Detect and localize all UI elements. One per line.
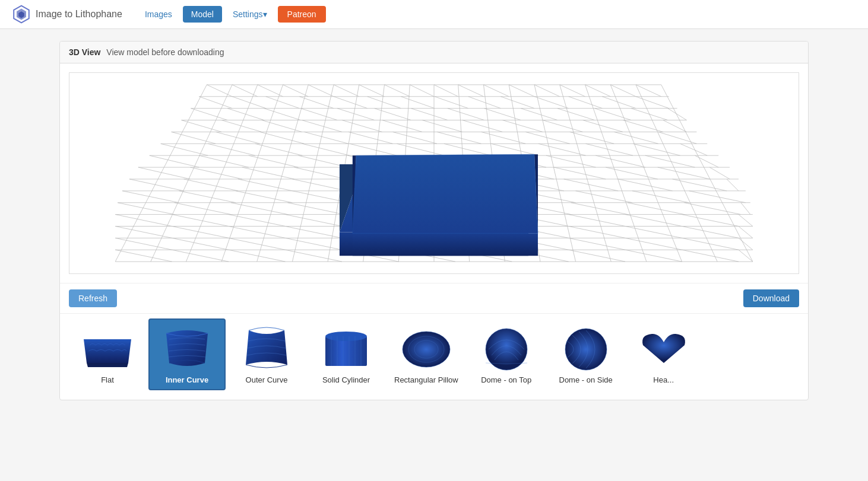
- svg-line-148: [292, 179, 346, 191]
- model-type-rectangular-pillow[interactable]: Rectangular Pillow: [387, 318, 465, 390]
- svg-line-169: [175, 203, 231, 215]
- svg-line-50: [509, 85, 534, 97]
- main-panel: 3D View View model before downloading: [59, 41, 809, 400]
- svg-line-135: [242, 167, 294, 179]
- inner-curve-label: Inner Curve: [166, 375, 208, 384]
- svg-line-88: [342, 120, 382, 132]
- svg-line-195: [285, 226, 341, 238]
- svg-line-194: [229, 226, 285, 238]
- svg-line-133: [138, 167, 190, 179]
- svg-line-182: [229, 215, 285, 227]
- svg-line-4: [151, 85, 232, 262]
- model-type-heart[interactable]: Hea...: [627, 318, 701, 390]
- rectangular-pillow-thumb: [397, 324, 456, 372]
- svg-line-79: [521, 109, 557, 120]
- svg-line-77: [448, 109, 484, 120]
- svg-line-114: [397, 144, 444, 155]
- svg-line-188: [569, 215, 625, 227]
- svg-line-141: [554, 167, 606, 179]
- svg-line-119: [633, 144, 680, 155]
- svg-marker-230: [353, 233, 538, 256]
- svg-line-78: [484, 109, 521, 120]
- svg-line-44: [359, 85, 385, 97]
- button-row: Refresh Download: [60, 283, 808, 313]
- svg-point-250: [565, 329, 607, 370]
- model-type-solid-cylinder[interactable]: Solid Cylinder: [308, 318, 385, 390]
- rectangular-pillow-label: Rectangular Pillow: [394, 375, 458, 384]
- svg-line-171: [287, 203, 344, 215]
- patreon-button[interactable]: Patreon: [278, 6, 326, 23]
- dome-on-side-thumb: [556, 324, 616, 372]
- model-type-flat[interactable]: Flat: [69, 318, 146, 390]
- main-content: 3D View View model before downloading: [0, 29, 868, 412]
- svg-line-129: [546, 155, 596, 167]
- download-button[interactable]: Download: [743, 289, 799, 307]
- svg-line-82: [631, 109, 668, 120]
- refresh-button[interactable]: Refresh: [69, 289, 117, 307]
- svg-line-41: [283, 85, 309, 97]
- svg-line-71: [227, 109, 264, 120]
- svg-line-154: [618, 179, 672, 191]
- svg-line-212: [569, 238, 625, 250]
- svg-line-89: [382, 120, 423, 132]
- nav-images[interactable]: Images: [137, 6, 180, 23]
- svg-marker-235: [87, 363, 128, 367]
- svg-line-81: [594, 109, 631, 120]
- svg-line-226: [682, 250, 739, 262]
- svg-line-134: [190, 167, 242, 179]
- svg-line-118: [585, 144, 633, 155]
- svg-line-74: [337, 109, 375, 120]
- nav-model[interactable]: Model: [183, 6, 222, 23]
- svg-line-177: [628, 203, 684, 215]
- brand-link[interactable]: Image to Lithophane: [12, 5, 122, 24]
- svg-line-38: [207, 85, 232, 97]
- svg-line-121: [150, 155, 199, 167]
- svg-line-168: [118, 203, 174, 215]
- svg-line-108: [658, 132, 697, 144]
- svg-line-217: [172, 250, 229, 262]
- svg-line-65: [500, 97, 534, 109]
- svg-line-3: [115, 85, 207, 262]
- nav-settings[interactable]: Settings▾: [224, 6, 275, 23]
- svg-line-80: [557, 109, 595, 120]
- svg-line-46: [410, 85, 434, 97]
- model-type-outer-curve[interactable]: Outer Curve: [228, 318, 305, 390]
- model-type-inner-curve[interactable]: Inner Curve: [148, 318, 226, 390]
- svg-line-18: [585, 85, 646, 262]
- svg-line-146: [183, 179, 237, 191]
- svg-line-224: [569, 250, 625, 262]
- svg-line-153: [564, 179, 618, 191]
- svg-line-45: [384, 85, 410, 97]
- svg-line-70: [191, 109, 227, 120]
- svg-line-20: [636, 85, 717, 262]
- panel-title: 3D View: [69, 47, 100, 57]
- svg-line-53: [585, 85, 610, 97]
- brand-name: Image to Lithophane: [36, 9, 122, 20]
- svg-line-49: [484, 85, 509, 97]
- svg-line-132: [695, 155, 718, 167]
- model-type-dome-on-top[interactable]: Dome - on Top: [468, 318, 545, 390]
- model-selector: Flat: [60, 313, 808, 400]
- svg-line-52: [560, 85, 585, 97]
- svg-line-97: [172, 132, 216, 144]
- svg-line-113: [350, 144, 397, 155]
- model-type-dome-on-side[interactable]: Dome - on Side: [547, 318, 625, 390]
- svg-line-176: [571, 203, 628, 215]
- svg-line-96: [663, 120, 687, 132]
- svg-line-166: [632, 191, 689, 203]
- svg-line-47: [434, 85, 458, 97]
- svg-line-101: [349, 132, 393, 144]
- svg-line-94: [583, 120, 623, 132]
- brand-icon: [12, 5, 31, 24]
- svg-line-218: [229, 250, 285, 262]
- 3d-view-area[interactable]: [69, 72, 799, 274]
- svg-line-204: [115, 238, 172, 250]
- model-types-wrapper[interactable]: Flat: [69, 318, 799, 395]
- svg-line-5: [186, 85, 257, 262]
- svg-line-87: [302, 120, 342, 132]
- svg-line-180: [115, 215, 172, 227]
- svg-line-145: [129, 179, 183, 191]
- svg-line-67: [569, 97, 603, 109]
- svg-line-7: [257, 85, 308, 262]
- inner-curve-thumb: [157, 324, 217, 372]
